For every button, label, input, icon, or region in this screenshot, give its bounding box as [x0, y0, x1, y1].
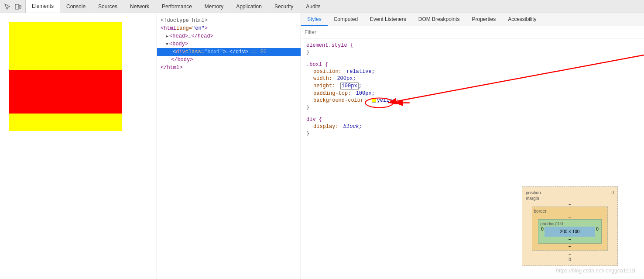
tab-accessibility[interactable]: Accessibility: [502, 13, 542, 26]
margin-label: margin: [526, 196, 614, 201]
padding-left: 0: [540, 227, 545, 237]
styles-tabs: Styles Computed Event Listeners DOM Brea…: [301, 13, 644, 26]
padding-box: padding100 0 200 × 100 0: [538, 219, 602, 244]
inner-content-box: 200 × 100: [545, 227, 596, 237]
tab-computed[interactable]: Computed: [328, 13, 364, 26]
css-brace-close-div: }: [306, 130, 639, 137]
filter-input[interactable]: [305, 29, 641, 35]
tab-styles[interactable]: Styles: [301, 13, 328, 26]
border-bottom-val: –: [534, 244, 606, 248]
box-model-area: position 0 margin – –: [522, 186, 618, 266]
tab-performance[interactable]: Performance: [156, 0, 199, 13]
css-prop-position[interactable]: position: relative;: [306, 68, 639, 75]
tree-line-html[interactable]: <html lang="en">: [157, 24, 301, 32]
tab-console[interactable]: Console: [60, 0, 92, 13]
devtools-container: Elements Console Sources Network Perform…: [0, 0, 644, 279]
padding-right: 0: [595, 227, 599, 237]
toolbar-icons: [0, 0, 26, 13]
tab-event-listeners[interactable]: Event Listeners: [364, 13, 412, 26]
css-brace-close-box1: }: [306, 104, 639, 111]
tree-line-html-close[interactable]: </html>: [157, 64, 301, 72]
tab-dom-breakpoints[interactable]: DOM Breakpoints: [412, 13, 466, 26]
position-bottom: 0: [526, 257, 614, 262]
padding-bottom-val: –: [540, 237, 599, 241]
html-tree: <!doctype html> <html lang="en"> ▶ <head…: [157, 13, 301, 279]
css-prop-padding-top[interactable]: padding-top: 100px;: [306, 90, 639, 97]
tree-line-body-close[interactable]: </body>: [157, 56, 301, 64]
border-left: –: [534, 219, 538, 244]
head-toggle[interactable]: ▶: [166, 34, 168, 39]
watermark: https://blog.csdn.net/longgea1s1si: [556, 268, 635, 274]
border-right: –: [602, 219, 606, 244]
devtools-toolbar: Elements Console Sources Network Perform…: [0, 0, 644, 13]
css-selector-element: element.style {: [306, 42, 639, 49]
styles-panel: Styles Computed Event Listeners DOM Brea…: [301, 13, 644, 279]
svg-rect-1: [19, 5, 21, 8]
height-value-highlight: 100px: [340, 83, 359, 90]
border-top-val: –: [534, 214, 606, 219]
body-toggle[interactable]: ▼: [166, 42, 168, 47]
tab-sources[interactable]: Sources: [92, 0, 124, 13]
border-box: border – – padding100: [532, 207, 608, 251]
red-box: [9, 70, 122, 114]
color-swatch-yellow: [372, 98, 376, 103]
css-prop-width[interactable]: width: 200px;: [306, 75, 639, 82]
tab-audits[interactable]: Audits: [300, 0, 327, 13]
devtools-main: <!doctype html> <html lang="en"> ▶ <head…: [0, 13, 644, 279]
css-prop-background-color[interactable]: background-color: yellow;: [306, 97, 639, 104]
tab-security[interactable]: Security: [268, 0, 300, 13]
tree-line-head[interactable]: ▶ <head>…</head>: [157, 32, 301, 40]
tab-elements[interactable]: Elements: [26, 0, 60, 13]
css-block-div: div { display: block; }: [306, 116, 639, 137]
devtools-tabs: Elements Console Sources Network Perform…: [26, 0, 644, 13]
css-prop-height[interactable]: height: 100px;: [306, 82, 639, 90]
tree-line-div-selected[interactable]: … <div class="box1">…</div> == $0: [157, 48, 301, 56]
tab-network[interactable]: Network: [124, 0, 156, 13]
tab-application[interactable]: Application: [230, 0, 268, 13]
yellow-outer-box: [9, 22, 122, 131]
margin-top-val: –: [526, 202, 614, 207]
tab-properties[interactable]: Properties: [466, 13, 502, 26]
cursor-icon[interactable]: [3, 3, 11, 10]
svg-rect-0: [15, 4, 19, 9]
css-selector-div: div {: [306, 116, 639, 123]
tree-line-doctype[interactable]: <!doctype html>: [157, 17, 301, 24]
tree-line-body[interactable]: ▼ <body>: [157, 40, 301, 48]
margin-bottom-val: –: [526, 251, 614, 256]
webpage-preview: [0, 13, 157, 279]
css-brace-close-element: }: [306, 49, 639, 56]
border-label: border: [534, 209, 606, 214]
filter-bar: [301, 26, 644, 38]
device-icon[interactable]: [14, 3, 22, 10]
padding-label: padding100: [540, 221, 599, 226]
box-model-diagram: position 0 margin – –: [522, 186, 618, 266]
css-block-element-style: element.style { }: [306, 42, 639, 56]
tab-memory[interactable]: Memory: [199, 0, 230, 13]
css-selector-box1: .box1 {: [306, 61, 639, 68]
html-panel: <!doctype html> <html lang="en"> ▶ <head…: [157, 13, 301, 279]
css-prop-display[interactable]: display: block;: [306, 123, 639, 130]
css-block-box1: .box1 { position: relative; width: 200px…: [306, 61, 639, 111]
